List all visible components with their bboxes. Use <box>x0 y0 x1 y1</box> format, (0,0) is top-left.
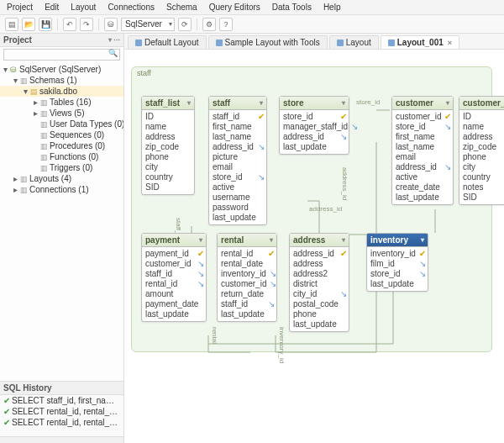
column-rental_id[interactable]: rental_id↘ <box>145 279 202 289</box>
tb-redo-icon[interactable]: ↷ <box>80 18 93 31</box>
column-notes[interactable]: notes <box>463 182 504 192</box>
tree-tables[interactable]: ▸▥Tables (16) <box>0 97 123 108</box>
tb-new-icon[interactable]: ▤ <box>5 18 18 31</box>
tb-db-icon[interactable]: ⛁ <box>104 18 118 31</box>
column-city[interactable]: city <box>145 162 191 172</box>
column-address[interactable]: address <box>293 259 345 269</box>
menu-project[interactable]: Project <box>7 3 33 12</box>
table-rental[interactable]: rental▾ rental_id✔rental_dateinventory_i… <box>217 233 277 322</box>
menu-data-tools[interactable]: Data Tools <box>272 3 312 12</box>
menu-edit[interactable]: Edit <box>45 3 59 12</box>
column-picture[interactable]: picture <box>213 152 263 162</box>
menu-connections[interactable]: Connections <box>108 3 155 12</box>
column-zip_code[interactable]: zip_code <box>145 142 191 152</box>
column-last_name[interactable]: last_name <box>396 142 449 152</box>
table-staff-list[interactable]: staff_list▾ IDnameaddresszip_codephoneci… <box>141 96 195 195</box>
column-district[interactable]: district <box>293 279 345 289</box>
column-rental_date[interactable]: rental_date <box>221 259 273 269</box>
column-email[interactable]: email <box>213 162 263 172</box>
column-active[interactable]: active <box>396 172 449 182</box>
history-row[interactable]: ✔SELECT staff_id, first_name, last_ <box>0 395 123 406</box>
history-scrollbar[interactable] <box>0 436 123 443</box>
column-last_name[interactable]: last_name <box>213 132 263 142</box>
tab-default-layout[interactable]: Default Layout <box>128 35 207 49</box>
tree-layouts[interactable]: ▸▥Layouts (4) <box>0 173 123 184</box>
column-ID[interactable]: ID <box>145 112 191 122</box>
tab-layout[interactable]: Layout <box>329 35 379 49</box>
column-country[interactable]: country <box>463 172 504 182</box>
tab-layout-001[interactable]: Layout_001× <box>381 35 459 49</box>
tree-schemas[interactable]: ▾▥Schemas (1) <box>0 75 123 86</box>
column-last_update[interactable]: last_update <box>293 319 345 330</box>
toolbar-server-select[interactable]: SqlServer <box>121 18 175 31</box>
column-address[interactable]: address <box>463 132 504 142</box>
diagram-canvas[interactable]: staff store store_id address_id address_… <box>124 50 504 443</box>
column-store_id[interactable]: store_id↘ <box>396 122 449 132</box>
tb-undo-icon[interactable]: ↶ <box>63 18 76 31</box>
tb-gear-icon[interactable]: ⚙ <box>202 18 216 31</box>
column-phone[interactable]: phone <box>145 152 191 162</box>
column-SID[interactable]: SID <box>463 192 504 203</box>
tree-root[interactable]: ▾⛁SqlServer (SqlServer) <box>0 64 123 75</box>
column-store_id[interactable]: store_id↘ <box>213 172 263 182</box>
column-staff_id[interactable]: staff_id↘ <box>145 269 202 279</box>
column-first_name[interactable]: first_name <box>396 132 449 142</box>
column-address_id[interactable]: address_id↘ <box>283 132 345 142</box>
column-city_id[interactable]: city_id↘ <box>293 289 345 299</box>
history-row[interactable]: ✔SELECT rental_id, rental_date, inv <box>0 417 123 428</box>
tb-help-icon[interactable]: ? <box>219 18 233 31</box>
menu-help[interactable]: Help <box>323 3 341 12</box>
sidebar-menu-icon[interactable]: ▾ ⋯ <box>108 36 120 44</box>
column-last_update[interactable]: last_update <box>283 142 345 152</box>
column-ID[interactable]: ID <box>463 112 504 122</box>
menu-query-editors[interactable]: Query Editors <box>209 3 260 12</box>
column-customer_id[interactable]: customer_id✔ <box>396 112 449 122</box>
column-last_update[interactable]: last_update <box>145 309 202 319</box>
table-store[interactable]: store▾ store_id✔manager_staff_id↘address… <box>279 96 349 155</box>
tree-triggers[interactable]: ▥Triggers (0) <box>0 162 123 173</box>
column-last_update[interactable]: last_update <box>213 213 263 223</box>
tree-schema-sakila[interactable]: ▾▤sakila.dbo <box>0 86 123 97</box>
column-last_update[interactable]: last_update <box>370 279 424 289</box>
tree-user-data-types[interactable]: ▥User Data Types (0) <box>0 119 123 129</box>
column-address_id[interactable]: address_id✔ <box>293 249 345 259</box>
history-row[interactable]: ✔SELECT rental_id, rental_date, inv <box>0 406 123 417</box>
tree-connections[interactable]: ▸▥Connections (1) <box>0 184 123 195</box>
column-address[interactable]: address <box>145 132 191 142</box>
table-address[interactable]: address▾ address_id✔addressaddress2distr… <box>289 233 349 332</box>
column-country[interactable]: country <box>145 172 191 182</box>
column-name[interactable]: name <box>463 122 504 132</box>
column-customer_id[interactable]: customer_id↘ <box>145 259 202 269</box>
column-last_update[interactable]: last_update <box>221 309 273 319</box>
column-first_name[interactable]: first_name <box>213 122 263 132</box>
column-city[interactable]: city <box>463 162 504 172</box>
tb-save-icon[interactable]: 💾 <box>39 18 52 31</box>
column-manager_staff_id[interactable]: manager_staff_id↘ <box>283 122 345 132</box>
column-inventory_id[interactable]: inventory_id↘ <box>221 269 273 279</box>
column-film_id[interactable]: film_id↘ <box>370 259 424 269</box>
menu-schema[interactable]: Schema <box>166 3 197 12</box>
column-email[interactable]: email <box>396 152 449 162</box>
column-phone[interactable]: phone <box>463 152 504 162</box>
column-active[interactable]: active <box>213 182 263 192</box>
column-last_update[interactable]: last_update <box>396 192 449 203</box>
tree-sequences[interactable]: ▥Sequences (0) <box>0 129 123 140</box>
tree-procedures[interactable]: ▥Procedures (0) <box>0 140 123 151</box>
column-create_date[interactable]: create_date <box>396 182 449 192</box>
tab-sample-layout[interactable]: Sample Layout with Tools <box>208 35 328 49</box>
column-inventory_id[interactable]: inventory_id✔ <box>370 249 424 259</box>
table-inventory[interactable]: inventory▾ inventory_id✔film_id↘store_id… <box>366 233 428 292</box>
column-amount[interactable]: amount <box>145 289 202 299</box>
column-customer_id[interactable]: customer_id↘ <box>221 279 273 289</box>
column-address2[interactable]: address2 <box>293 269 345 279</box>
column-password[interactable]: password <box>213 203 263 213</box>
table-payment[interactable]: payment▾ payment_id✔customer_id↘staff_id… <box>141 233 207 322</box>
table-customer[interactable]: customer▾ customer_id✔store_id↘first_nam… <box>391 96 454 205</box>
table-customer-list[interactable]: customer_list▾ IDnameaddresszip_codephon… <box>459 96 504 205</box>
tb-refresh-icon[interactable]: ⟳ <box>178 18 192 31</box>
column-store_id[interactable]: store_id↘ <box>370 269 424 279</box>
tree-functions[interactable]: ▥Functions (0) <box>0 151 123 162</box>
column-payment_date[interactable]: payment_date <box>145 299 202 309</box>
column-address_id[interactable]: address_id↘ <box>213 142 263 152</box>
menu-layout[interactable]: Layout <box>71 3 96 12</box>
